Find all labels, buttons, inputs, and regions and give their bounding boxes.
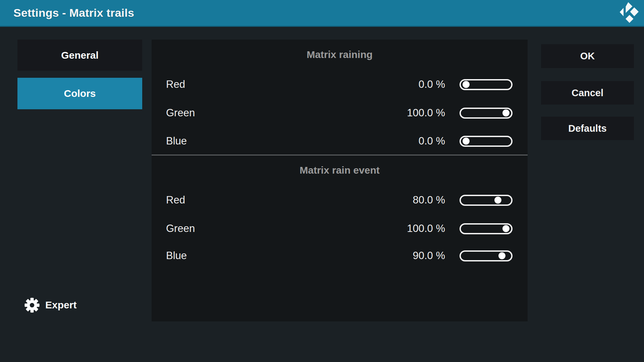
setting-value: 0.0 % bbox=[395, 78, 445, 90]
section-divider bbox=[152, 155, 528, 156]
ok-button[interactable]: OK bbox=[541, 44, 634, 68]
dialog-header: Settings - Matrix trails bbox=[0, 0, 644, 27]
setting-value: 100.0 % bbox=[395, 107, 445, 119]
slider[interactable] bbox=[460, 108, 513, 119]
slider-knob[interactable] bbox=[494, 197, 501, 204]
cancel-button-label: Cancel bbox=[572, 87, 603, 99]
slider-knob[interactable] bbox=[502, 110, 509, 117]
settings-dialog: Settings - Matrix trails General Colors … bbox=[0, 0, 644, 362]
setting-label: Red bbox=[166, 78, 395, 90]
setting-label: Green bbox=[166, 223, 395, 235]
settings-panel: Matrix raining Red 0.0 % Green 100.0 % B… bbox=[152, 40, 528, 321]
slider-knob[interactable] bbox=[463, 81, 470, 88]
setting-label: Blue bbox=[166, 135, 395, 147]
defaults-button-label: Defaults bbox=[568, 123, 606, 134]
category-general-label: General bbox=[61, 50, 99, 61]
category-colors-button[interactable]: Colors bbox=[17, 78, 142, 109]
slider[interactable] bbox=[460, 195, 513, 206]
setting-value: 100.0 % bbox=[395, 223, 445, 235]
setting-value: 0.0 % bbox=[395, 135, 445, 147]
setting-row: Green 100.0 % bbox=[152, 215, 528, 243]
setting-row: Blue 90.0 % bbox=[152, 242, 528, 270]
slider[interactable] bbox=[460, 136, 513, 147]
setting-value: 90.0 % bbox=[395, 250, 445, 262]
defaults-button[interactable]: Defaults bbox=[541, 117, 634, 140]
setting-row: Red 0.0 % bbox=[152, 70, 528, 99]
slider[interactable] bbox=[460, 79, 513, 90]
settings-level-label: Expert bbox=[45, 299, 76, 311]
slider[interactable] bbox=[460, 223, 513, 234]
setting-row: Blue 0.0 % bbox=[152, 127, 528, 155]
setting-label: Red bbox=[166, 194, 395, 206]
setting-row: Green 100.0 % bbox=[152, 99, 528, 127]
dialog-title: Settings - Matrix trails bbox=[13, 6, 134, 19]
settings-level-button[interactable]: Expert bbox=[24, 297, 76, 313]
slider-knob[interactable] bbox=[463, 138, 470, 145]
ok-button-label: OK bbox=[580, 51, 595, 62]
gear-icon bbox=[24, 298, 40, 313]
category-colors-label: Colors bbox=[64, 88, 96, 99]
slider[interactable] bbox=[460, 250, 513, 261]
setting-row: Red 80.0 % bbox=[152, 186, 528, 214]
setting-label: Blue bbox=[166, 250, 395, 262]
setting-label: Green bbox=[166, 107, 395, 119]
cancel-button[interactable]: Cancel bbox=[541, 81, 634, 105]
section-title-matrix-raining: Matrix raining bbox=[152, 47, 528, 62]
section-title-matrix-rain-event: Matrix rain event bbox=[152, 163, 528, 178]
category-general-button[interactable]: General bbox=[17, 40, 142, 71]
setting-value: 80.0 % bbox=[395, 194, 445, 206]
slider-knob[interactable] bbox=[502, 225, 509, 232]
slider-knob[interactable] bbox=[498, 252, 505, 259]
kodi-logo-icon bbox=[615, 1, 642, 26]
